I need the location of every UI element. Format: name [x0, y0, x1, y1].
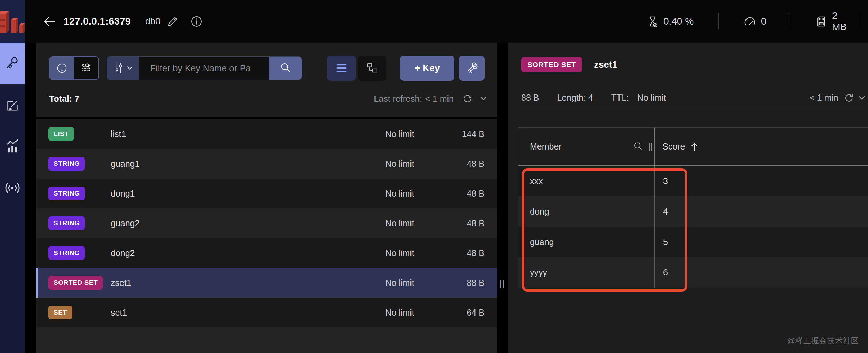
bulk-actions-button[interactable] — [459, 56, 485, 81]
key-name: dong1 — [111, 189, 365, 199]
key-size: 48 B — [434, 218, 485, 228]
key-length-value: Length: 4 — [557, 93, 593, 103]
key-size: 48 B — [434, 248, 485, 258]
memory-value: 2 MB — [832, 10, 850, 33]
ttl-label: TTL: — [611, 93, 629, 103]
sidebar-item-pubsub[interactable] — [0, 167, 25, 209]
score-header-label: Score — [662, 142, 685, 152]
member-column-header[interactable]: Member — [518, 128, 654, 165]
key-list-row[interactable]: SET set1 No limit 64 B — [36, 298, 497, 327]
score-value: 3 — [654, 166, 868, 196]
memory-stat: 2 MB — [815, 0, 850, 43]
key-type-badge: STRING — [48, 187, 85, 200]
info-icon[interactable] — [190, 15, 203, 28]
search-icon — [279, 62, 292, 75]
sidebar-item-browser[interactable] — [0, 43, 25, 84]
commands-gauge-icon — [743, 15, 757, 28]
list-divider — [36, 117, 497, 119]
key-details-name: zset1 — [594, 60, 617, 70]
last-refresh-label: Last refresh: — [374, 94, 422, 104]
analytics-chart-icon — [5, 139, 20, 154]
key-type-cell: STRING — [48, 246, 111, 260]
database-name: db0 — [145, 16, 160, 27]
browser-key-icon — [5, 56, 20, 71]
members-table: Member Score — [518, 127, 868, 288]
tree-view-button[interactable] — [358, 56, 386, 81]
commands-value: 0 — [761, 16, 767, 27]
search-button[interactable] — [269, 57, 302, 80]
sidebar-item-analytics[interactable] — [0, 126, 25, 167]
sidebar-item-workbench[interactable] — [0, 84, 25, 126]
member-row[interactable]: yyyy 6 — [518, 257, 868, 288]
key-type-badge: SET — [48, 306, 72, 319]
details-refresh-value: < 1 min — [810, 93, 838, 103]
key-filter-input[interactable] — [139, 57, 269, 80]
last-refresh-area: Last refresh: < 1 min — [374, 93, 487, 105]
add-key-button[interactable]: + Key — [400, 56, 454, 81]
back-button[interactable] — [41, 13, 57, 30]
key-meta-row: 88 B Length: 4 TTL: No limit < 1 min — [521, 88, 865, 108]
key-details-panel: SORTED SET zset1 88 B Length: 4 TTL: No … — [508, 43, 868, 353]
chevron-down-icon — [127, 66, 133, 71]
member-value: dong — [518, 196, 654, 227]
key-list-row[interactable]: STRING guang1 No limit 48 B — [36, 149, 497, 179]
cpu-usage-icon — [647, 15, 659, 28]
scan-keys-icon — [80, 62, 93, 75]
view-toggle — [327, 56, 386, 81]
key-name: dong2 — [111, 248, 365, 258]
score-value: 4 — [654, 196, 868, 227]
key-name: zset1 — [111, 278, 365, 288]
key-list-row[interactable]: STRING guang2 No limit 48 B — [36, 208, 497, 238]
bulk-keys-icon — [465, 61, 479, 75]
edit-database-icon[interactable] — [166, 15, 179, 28]
filter-mode-scan-button[interactable] — [74, 57, 98, 79]
member-row[interactable]: guang 5 — [518, 227, 868, 257]
key-ttl: No limit — [365, 129, 434, 139]
list-view-button[interactable] — [327, 56, 356, 81]
refresh-icon[interactable] — [462, 93, 473, 105]
overview-stats: 0.40 % 0 2 MB — [487, 0, 868, 43]
pubsub-broadcast-icon — [5, 180, 20, 196]
panel-resize-handle[interactable] — [500, 280, 504, 288]
stat-divider — [859, 13, 859, 29]
column-resize-handle[interactable] — [649, 143, 652, 151]
key-details-header: SORTED SET zset1 — [508, 43, 868, 72]
key-ttl: No limit — [365, 308, 434, 318]
key-type-filter-dropdown[interactable] — [107, 57, 139, 80]
details-refresh-chevron-icon[interactable] — [858, 96, 865, 100]
key-ttl: No limit — [365, 189, 434, 199]
member-row[interactable]: dong 4 — [518, 196, 868, 227]
key-list-row[interactable]: SORTED SET zset1 No limit 88 B — [36, 268, 497, 298]
cpu-stat: 0.40 % — [647, 0, 694, 43]
add-key-label: + Key — [415, 63, 440, 74]
member-row[interactable]: xxx 3 — [518, 166, 868, 196]
refresh-options-chevron-icon[interactable] — [480, 96, 487, 101]
key-name: set1 — [111, 308, 365, 318]
member-value: guang — [518, 227, 654, 257]
key-name: list1 — [111, 129, 365, 139]
key-list-row[interactable]: LIST list1 No limit 144 B — [36, 119, 497, 149]
key-list-row[interactable]: STRING dong2 No limit 48 B — [36, 238, 497, 268]
key-size: 48 B — [434, 189, 485, 199]
sort-ascending-icon[interactable] — [690, 142, 699, 152]
member-search-icon[interactable] — [632, 141, 644, 153]
score-column-header[interactable]: Score — [654, 128, 868, 165]
member-value: xxx — [518, 166, 654, 196]
key-size: 64 B — [434, 308, 485, 318]
redisinsight-app: 127.0.0.1:6379 db0 0.40 % — [0, 0, 868, 353]
browser-summary-row: Total: 7 Last refresh: < 1 min — [36, 81, 497, 117]
memory-card-icon — [815, 15, 828, 28]
filter-mode-toggle — [49, 56, 99, 80]
key-size: 144 B — [434, 129, 485, 139]
member-header-label: Member — [530, 142, 562, 152]
filter-mode-pattern-button[interactable] — [50, 57, 74, 79]
key-type-badge: STRING — [48, 216, 85, 230]
key-type-cell: SORTED SET — [48, 276, 111, 290]
key-list-row[interactable]: STRING dong1 No limit 48 B — [36, 179, 497, 208]
key-type-cell: STRING — [48, 216, 111, 230]
ttl-value[interactable]: No limit — [637, 93, 666, 103]
key-type-cell: STRING — [48, 157, 111, 171]
cpu-usage-value: 0.40 % — [663, 16, 694, 27]
key-size: 48 B — [434, 159, 485, 169]
details-refresh-icon[interactable] — [843, 92, 855, 104]
